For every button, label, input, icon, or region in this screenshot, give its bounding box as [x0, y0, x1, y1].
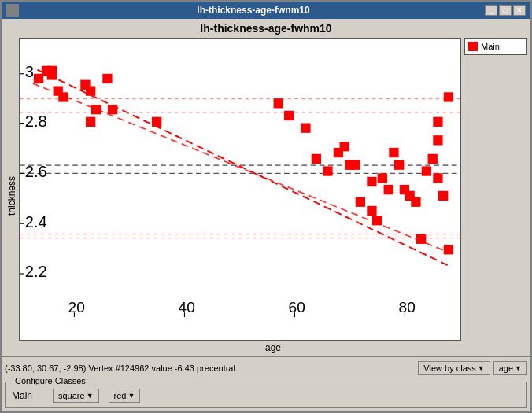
svg-rect-55	[394, 160, 404, 170]
svg-rect-36	[102, 74, 112, 83]
chart-area: 3 2.8 2.6 2.4 2.2 20 40 60 80	[19, 38, 527, 353]
svg-rect-43	[323, 166, 332, 175]
svg-text:20: 20	[68, 299, 85, 315]
svg-rect-37	[108, 105, 117, 114]
plot-area: 3 2.8 2.6 2.4 2.2 20 40 60 80	[19, 38, 461, 341]
svg-rect-40	[284, 111, 294, 120]
status-bar: (-33.80, 30.67, -2.98) Vertex #124962 va…	[2, 356, 530, 378]
svg-text:60: 60	[289, 299, 305, 315]
svg-rect-51	[372, 216, 382, 225]
svg-rect-63	[433, 135, 442, 145]
svg-rect-52	[378, 173, 387, 183]
content-area: lh-thickness-age-fwhm10 thickness	[2, 19, 530, 356]
svg-text:3: 3	[25, 63, 34, 80]
age-arrow-icon: ▼	[515, 364, 522, 372]
svg-rect-61	[428, 154, 438, 164]
legend-label: Main	[481, 42, 500, 51]
configure-classes-section: Configure Classes Main square ▼ red ▼	[5, 382, 527, 408]
svg-rect-53	[384, 185, 393, 194]
svg-rect-30	[58, 92, 68, 101]
svg-rect-60	[422, 166, 431, 175]
svg-text:2.8: 2.8	[25, 112, 47, 130]
status-text: (-33.80, 30.67, -2.98) Vertex #124962 va…	[5, 363, 415, 373]
svg-rect-66	[444, 245, 453, 254]
age-label: age	[499, 363, 513, 373]
view-by-class-arrow-icon: ▼	[478, 364, 485, 372]
color-button[interactable]: red ▼	[109, 389, 141, 403]
shape-arrow-icon: ▼	[87, 392, 94, 400]
minimize-button[interactable]: _	[485, 5, 497, 16]
color-arrow-icon: ▼	[127, 392, 135, 400]
shape-button[interactable]: square ▼	[53, 389, 99, 403]
title-bar: lh-thickness-age-fwnm10 _ □ ✕	[2, 2, 530, 19]
svg-rect-47	[350, 160, 360, 170]
svg-rect-48	[356, 197, 365, 207]
svg-text:2.6: 2.6	[25, 163, 47, 180]
svg-rect-50	[367, 206, 376, 216]
svg-rect-38	[152, 117, 161, 127]
svg-rect-45	[340, 142, 349, 151]
svg-rect-49	[367, 177, 376, 186]
legend-box: Main	[464, 38, 527, 55]
main-window: lh-thickness-age-fwnm10 _ □ ✕ lh-thickne…	[0, 0, 532, 413]
title-bar-text: lh-thickness-age-fwnm10	[22, 5, 485, 16]
configure-row: Main square ▼ red ▼	[12, 389, 520, 403]
svg-rect-35	[91, 105, 101, 114]
title-bar-buttons: _ □ ✕	[485, 5, 526, 16]
svg-rect-39	[274, 98, 283, 108]
color-label: red	[114, 391, 127, 400]
svg-text:80: 80	[399, 299, 416, 315]
svg-text:2.4: 2.4	[25, 213, 47, 230]
scatter-svg: 3 2.8 2.6 2.4 2.2 20 40 60 80	[20, 39, 460, 340]
chart-with-legend: 3 2.8 2.6 2.4 2.2 20 40 60 80	[19, 38, 527, 341]
svg-rect-62	[433, 173, 442, 183]
svg-rect-41	[301, 124, 310, 133]
view-by-class-label: View by class	[423, 363, 475, 373]
svg-rect-42	[312, 154, 321, 164]
svg-rect-31	[47, 66, 57, 76]
y-axis-label: thickness	[5, 38, 19, 353]
window-icon	[6, 4, 19, 17]
svg-rect-34	[86, 117, 95, 127]
view-by-class-button[interactable]: View by class ▼	[418, 361, 490, 375]
svg-rect-67	[444, 92, 453, 101]
x-axis-label: age	[19, 342, 527, 353]
close-button[interactable]: ✕	[513, 5, 526, 16]
chart-container: thickness	[5, 38, 527, 353]
chart-title: lh-thickness-age-fwhm10	[5, 22, 527, 35]
legend-color-square	[468, 42, 478, 51]
shape-label: square	[58, 391, 85, 400]
configure-classes-label: Configure Classes	[12, 376, 89, 385]
svg-rect-54	[389, 148, 398, 157]
legend-item-main: Main	[468, 42, 523, 51]
svg-rect-64	[433, 117, 442, 127]
svg-rect-65	[438, 191, 448, 201]
maximize-button[interactable]: □	[499, 5, 512, 16]
svg-text:2.2: 2.2	[25, 264, 47, 281]
age-button[interactable]: age ▼	[493, 361, 527, 375]
svg-text:40: 40	[179, 299, 195, 315]
svg-rect-33	[86, 86, 95, 95]
svg-rect-58	[411, 197, 420, 207]
class-name-text: Main	[12, 390, 43, 401]
svg-rect-59	[416, 234, 426, 244]
